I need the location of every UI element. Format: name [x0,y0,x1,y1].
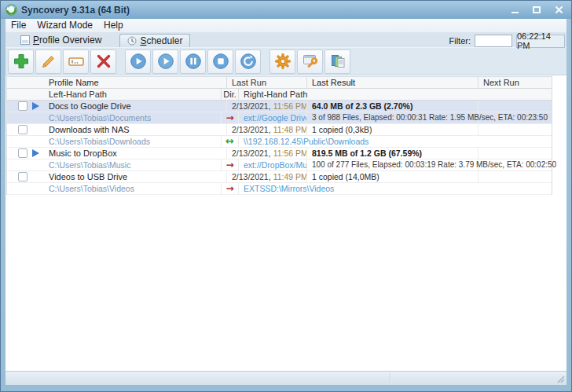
profile-row[interactable]: Downloads with NAS 2/13/2021, 11:48 PM 1… [7,124,552,136]
profile-checkbox[interactable] [18,148,28,158]
client-area: File Wizard Mode Help Profile Overview S… [6,19,566,385]
profile-row-paths[interactable]: C:\Users\Tobias\Documents → ext://Google… [7,112,552,124]
clock-icon [127,36,137,46]
progress-detail: 100 of 277 Files, Elapsed: 00:03:19 Rate… [307,159,478,170]
row-gutter [7,124,44,135]
filter-label: Filter: [449,36,471,46]
menu-file[interactable]: File [6,19,31,32]
header-right-path[interactable]: Right-Hand Path [239,89,552,100]
next-run-cell [478,124,552,135]
right-path: ext://DropBox/Music [239,159,307,170]
progress-detail: 3 of 988 Files, Elapsed: 00:00:31 Rate: … [307,112,478,123]
right-path: ext://Google Drive/Do... [239,112,307,123]
last-run-cell: 2/13/2021, 11:49 PM [227,171,307,182]
header-last-result[interactable]: Last Result [307,77,478,88]
tab-label: Profile Overview [33,35,101,46]
running-indicator-icon [32,102,39,110]
direction-arrow-icon: → [222,159,239,170]
header-left-path[interactable]: Left-Hand Path [44,89,222,100]
minimize-button[interactable] [508,4,521,16]
status-bar-divider [390,373,390,383]
row-gutter [7,101,44,112]
play-circle-icon [157,53,174,70]
left-path: C:\Users\Tobias\Documents [44,112,222,123]
text-field-icon [68,53,85,70]
header-dir[interactable]: Dir. [222,89,239,100]
window-wrench-icon [302,53,319,70]
close-button[interactable] [552,4,565,16]
orange-gear-icon [274,53,292,70]
menu-help[interactable]: Help [98,19,129,32]
app-window: Syncovery 9.31a (64 Bit) File Wizard Mod… [0,0,572,392]
profile-checkbox[interactable] [18,172,28,181]
documents-icon [329,53,346,70]
menu-wizard-mode[interactable]: Wizard Mode [31,19,98,32]
left-path: C:\Users\Tobias\Videos [44,183,222,194]
restart-button[interactable] [235,49,261,74]
copy-profiles-button[interactable] [324,49,350,74]
profile-row-paths[interactable]: C:\Users\Tobias\Downloads ↔ \\192.168.12… [7,136,552,148]
green-plus-icon [13,53,30,70]
menu-bar: File Wizard Mode Help [6,19,566,33]
profile-name: Videos to USB Drive [44,171,227,182]
last-result-cell: 1 copied (0,3kB) [307,124,478,135]
program-settings-button[interactable] [297,49,323,74]
maximize-button[interactable] [530,4,543,16]
tab-label: Scheduler [140,35,182,46]
profile-row[interactable]: Docs to Google Drive 2/13/2021, 11:56 PM… [7,101,552,112]
title-bar: Syncovery 9.31a (64 Bit) [1,1,571,19]
right-path: EXTSSD:\Mirrors\Videos [239,183,552,194]
next-run-cell [478,101,552,112]
profile-checkbox[interactable] [18,101,28,111]
resize-grip[interactable] [556,374,566,384]
run-button[interactable] [125,49,151,74]
delete-profile-button[interactable] [90,49,116,74]
header-gutter [7,89,44,100]
profile-row-paths[interactable]: C:\Users\Tobias\Videos → EXTSSD:\Mirrors… [7,183,552,195]
stop-circle-icon [212,53,229,70]
running-indicator-icon [32,149,39,157]
header-profile-name[interactable]: Profile Name [44,77,227,88]
edit-profile-button[interactable] [35,49,61,74]
app-icon [6,4,17,16]
last-result-cell: 64.0 MB of 2.3 GB (2.70%) [307,101,478,112]
profile-name: Docs to Google Drive [44,101,227,112]
profile-checkbox[interactable] [18,125,28,134]
next-run-cell [478,148,552,159]
profile-list-icon [20,35,30,45]
left-path: C:\Users\Tobias\Downloads [44,136,222,147]
close-icon [555,5,563,14]
pause-button[interactable] [180,49,206,74]
profile-name: Music to DropBox [44,148,227,159]
next-run-cell [478,171,552,182]
table-header-row: Profile Name Last Run Last Result Next R… [7,77,552,89]
red-x-icon [95,53,112,70]
run-attended-button[interactable] [152,49,178,74]
tab-strip: Profile Overview Scheduler Filter: 06:22… [6,33,566,47]
tab-profile-overview[interactable]: Profile Overview [13,33,108,47]
refresh-circle-icon [240,53,257,70]
profile-row[interactable]: Videos to USB Drive 2/13/2021, 11:49 PM … [7,171,552,183]
direction-arrow-icon: → [222,183,239,194]
last-run-cell: 2/13/2021, 11:56 PM [227,101,307,112]
left-path: C:\Users\Tobias\Music [44,159,222,170]
last-run-cell: 2/13/2021, 11:48 PM [227,124,307,135]
add-profile-button[interactable] [8,49,34,74]
table-subheader-row: Left-Hand Path Dir. Right-Hand Path [7,89,552,101]
row-gutter [7,148,44,159]
toolbar [6,47,566,75]
settings-button[interactable] [270,49,295,74]
direction-arrow-icon: → [222,112,239,123]
header-last-run[interactable]: Last Run [227,77,307,88]
profile-row[interactable]: Music to DropBox 2/13/2021, 11:56 PM 819… [7,148,552,159]
stop-button[interactable] [207,49,233,74]
row-gutter [7,171,44,182]
header-next-run[interactable]: Next Run [478,77,552,88]
last-result-cell: 819.5 MB of 1.2 GB (67.59%) [307,148,478,159]
profile-row-paths[interactable]: C:\Users\Tobias\Music → ext://DropBox/Mu… [7,159,552,171]
tab-scheduler[interactable]: Scheduler [119,34,190,47]
filter-input[interactable] [475,35,512,47]
rename-profile-button[interactable] [63,49,89,74]
profile-name: Downloads with NAS [44,124,227,135]
window-title: Syncovery 9.31a (64 Bit) [21,5,130,16]
